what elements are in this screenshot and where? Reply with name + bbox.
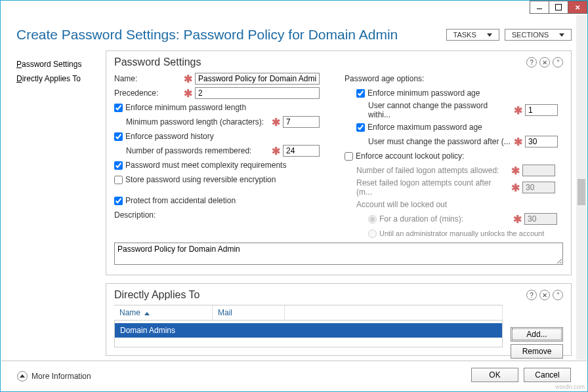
close-section-icon[interactable]: ✕ [539, 290, 550, 300]
precedence-field[interactable] [195, 87, 320, 99]
required-icon: ✱ [181, 87, 195, 100]
sort-asc-icon [144, 312, 150, 315]
page-title: Create Password Settings: Password Polic… [16, 27, 398, 43]
required-icon: ✱ [511, 104, 525, 117]
lockout-msg-label: Account will be locked out [356, 200, 447, 209]
nav-password-settings[interactable]: Password Settings [16, 57, 106, 71]
sections-dropdown[interactable]: SECTIONS [505, 29, 572, 41]
required-icon: ✱ [509, 182, 522, 194]
ok-button[interactable]: OK [471, 368, 518, 382]
history-count-field[interactable] [283, 145, 320, 157]
column-name[interactable]: Name [114, 305, 213, 320]
complexity-label: Password must meet complexity requiremen… [125, 161, 286, 170]
main-content: Password Settings ? ✕ ˄ Name: ✱ [106, 50, 587, 372]
scrollbar-thumb[interactable] [578, 179, 585, 205]
min-length-field[interactable] [283, 116, 320, 128]
section-title: Password Settings [114, 56, 201, 68]
max-age-sub-label: User must change the password after (... [368, 137, 511, 146]
grid-header: Name Mail [114, 305, 503, 321]
table-row[interactable]: Domain Admins [115, 323, 502, 338]
close-button[interactable] [568, 1, 587, 14]
scrollbar[interactable] [576, 15, 587, 360]
name-field[interactable] [195, 73, 320, 85]
required-icon: ✱ [269, 145, 283, 157]
age-options-header: Password age options: [345, 74, 424, 83]
enforce-lockout-checkbox[interactable] [345, 152, 353, 161]
expand-up-icon [17, 371, 28, 382]
description-field[interactable]: Password Policy for Domain Admin [114, 243, 563, 265]
dialog-window: Create Password Settings: Password Polic… [0, 0, 588, 392]
lockout-duration-field [524, 213, 557, 225]
lockout-until-radio [368, 229, 377, 238]
row-name: Domain Admins [120, 326, 219, 335]
protect-checkbox[interactable] [114, 197, 123, 205]
lockout-reset-label: Reset failed logon attempts count after … [356, 178, 509, 197]
enforce-min-length-checkbox[interactable] [114, 104, 123, 112]
collapse-section-icon[interactable]: ˄ [553, 57, 563, 68]
chevron-down-icon [559, 33, 564, 37]
enforce-history-checkbox[interactable] [114, 132, 123, 141]
column-mail[interactable]: Mail [213, 305, 285, 320]
min-age-field[interactable] [525, 104, 558, 116]
min-length-label: Minimum password length (characters): [126, 117, 269, 127]
required-icon: ✱ [509, 165, 522, 177]
tasks-dropdown[interactable]: TASKS [446, 29, 499, 41]
tasks-label: TASKS [453, 31, 476, 39]
enforce-min-age-label: Enforce minimum password age [368, 88, 480, 98]
chevron-down-icon [487, 33, 492, 37]
dialog-header: Create Password Settings: Password Polic… [1, 15, 587, 50]
dialog-footer: More Information OK Cancel [1, 361, 587, 391]
lockout-until-label: Until an administrator manually unlocks … [379, 229, 544, 237]
required-icon: ✱ [269, 116, 283, 128]
name-label: Name: [114, 74, 181, 83]
column-spacer [285, 305, 503, 320]
reversible-checkbox[interactable] [114, 176, 123, 184]
complexity-checkbox[interactable] [114, 161, 123, 170]
history-count-label: Number of passwords remembered: [126, 146, 269, 155]
required-icon: ✱ [181, 73, 195, 85]
watermark: wsxdn.com [555, 383, 585, 390]
nav-directly-applies-to[interactable]: Directly Applies To [16, 71, 106, 86]
lockout-duration-radio [368, 215, 377, 224]
enforce-max-age-checkbox[interactable] [356, 123, 365, 132]
section-password-settings: Password Settings ? ✕ ˄ Name: ✱ [106, 50, 572, 275]
section-title: Directly Applies To [114, 289, 200, 301]
collapse-section-icon[interactable]: ˄ [553, 290, 563, 300]
enforce-history-label: Enforce password history [125, 132, 214, 141]
help-icon[interactable]: ? [526, 290, 537, 300]
enforce-lockout-label: Enforce account lockout policy: [356, 151, 464, 161]
required-icon: ✱ [511, 213, 524, 225]
title-bar [1, 1, 587, 15]
section-directly-applies-to: Directly Applies To ? ✕ ˄ Name Mail [106, 283, 572, 356]
enforce-min-length-label: Enforce minimum password length [125, 103, 246, 112]
sections-label: SECTIONS [512, 31, 549, 39]
protect-label: Protect from accidental deletion [125, 196, 236, 205]
grid-body: Domain Admins [114, 321, 503, 347]
lockout-attempts-label: Number of failed logon attempts allowed: [356, 166, 509, 175]
maximize-button[interactable] [549, 1, 568, 14]
lockout-attempts-field [522, 165, 555, 176]
close-section-icon[interactable]: ✕ [539, 57, 550, 68]
lockout-reset-field [522, 182, 555, 193]
side-nav: Password Settings Directly Applies To [1, 50, 106, 372]
lockout-duration-label: For a duration of (mins): [379, 214, 511, 224]
more-information-toggle[interactable]: More Information [17, 371, 91, 382]
reversible-label: Store password using reversible encrypti… [125, 175, 276, 184]
max-age-field[interactable] [525, 136, 558, 147]
enforce-min-age-checkbox[interactable] [356, 89, 365, 98]
help-icon[interactable]: ? [526, 57, 537, 68]
precedence-label: Precedence: [114, 88, 181, 98]
min-age-sub-label: User cannot change the password withi... [368, 101, 511, 119]
required-icon: ✱ [511, 136, 525, 148]
minimize-button[interactable] [530, 1, 549, 14]
remove-button[interactable]: Remove [511, 344, 563, 359]
enforce-max-age-label: Enforce maximum password age [368, 123, 482, 132]
cancel-button[interactable]: Cancel [524, 368, 571, 382]
description-label: Description: [114, 210, 156, 220]
add-button[interactable]: Add... [511, 327, 563, 342]
